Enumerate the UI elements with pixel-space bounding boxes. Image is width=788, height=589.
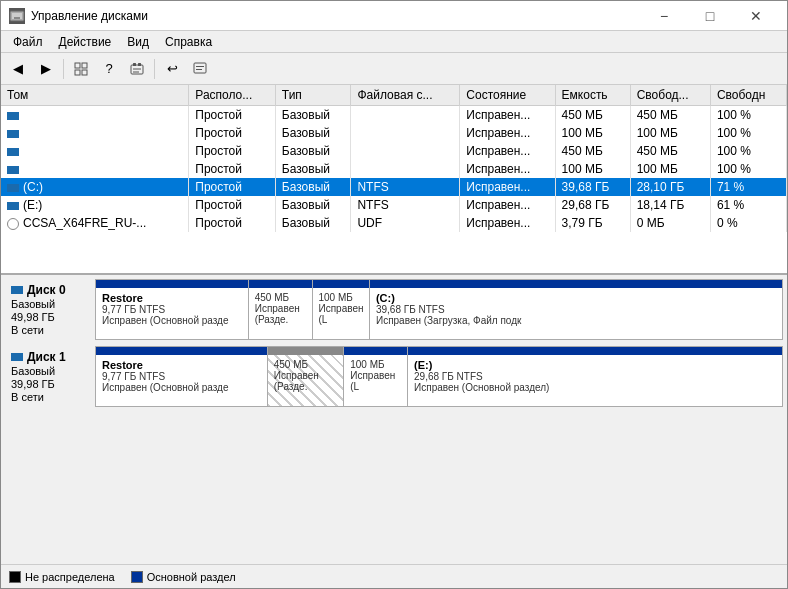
- disk-volume-icon: [7, 130, 19, 138]
- col-type[interactable]: Тип: [275, 85, 351, 106]
- maximize-button[interactable]: □: [687, 1, 733, 31]
- menu-help[interactable]: Справка: [157, 33, 220, 51]
- back-button[interactable]: ◀: [5, 56, 31, 82]
- partition-header-bar: [268, 347, 344, 355]
- svg-rect-8: [133, 63, 136, 66]
- window-title: Управление дисками: [31, 9, 641, 23]
- table-row[interactable]: (E:)ПростойБазовыйNTFSИсправен...29,68 Г…: [1, 196, 787, 214]
- menu-bar: Файл Действие Вид Справка: [1, 31, 787, 53]
- table-row[interactable]: ПростойБазовыйИсправен...100 МБ100 МБ100…: [1, 160, 787, 178]
- table-row[interactable]: ПростойБазовыйИсправен...100 МБ100 МБ100…: [1, 124, 787, 142]
- disk-row: Диск 1 Базовый 39,98 ГБ В сети Restore9,…: [5, 346, 783, 407]
- partition[interactable]: 100 МБИсправен (L: [344, 347, 408, 406]
- disk-map-section: Диск 0 Базовый 49,98 ГБ В сети Restore9,…: [1, 275, 787, 564]
- partition-status: Исправен (Разде.: [255, 303, 306, 325]
- app-icon: [9, 8, 25, 24]
- status-bar: Не распределена Основной раздел: [1, 564, 787, 588]
- disk-size: 49,98 ГБ: [11, 311, 89, 323]
- menu-view[interactable]: Вид: [119, 33, 157, 51]
- minimize-button[interactable]: −: [641, 1, 687, 31]
- table-row[interactable]: ПростойБазовыйИсправен...450 МБ450 МБ100…: [1, 106, 787, 125]
- menu-action[interactable]: Действие: [51, 33, 120, 51]
- partition-name: (E:): [414, 359, 776, 371]
- cd-icon: [7, 218, 19, 230]
- partition-size: 9,77 ГБ NTFS: [102, 304, 242, 315]
- partition-size: 450 МБ: [255, 292, 306, 303]
- table-header-row: Том Располо... Тип Файловая с... Состоян…: [1, 85, 787, 106]
- disk-volume-icon: [7, 184, 19, 192]
- col-status[interactable]: Состояние: [460, 85, 555, 106]
- disk-name: Диск 1: [11, 350, 89, 364]
- window-controls: − □ ✕: [641, 1, 779, 31]
- partition-status: Исправен (L: [319, 303, 363, 325]
- partition[interactable]: (C:)39,68 ГБ NTFSИсправен (Загрузка, Фай…: [370, 280, 782, 339]
- col-capacity[interactable]: Емкость: [555, 85, 630, 106]
- partition-name: Restore: [102, 359, 261, 371]
- legend-unallocated-label: Не распределена: [25, 571, 115, 583]
- svg-rect-4: [82, 63, 87, 68]
- partition-size: 29,68 ГБ NTFS: [414, 371, 776, 382]
- partition[interactable]: 450 МБИсправен (Разде.: [268, 347, 345, 406]
- partition-status: Исправен (Разде.: [274, 370, 338, 392]
- disk-partitions: Restore9,77 ГБ NTFSИсправен (Основной ра…: [95, 279, 783, 340]
- partition-header-bar: [344, 347, 407, 355]
- toolbar-separator-1: [63, 59, 64, 79]
- disk-size: 39,98 ГБ: [11, 378, 89, 390]
- disk-type: Базовый: [11, 365, 89, 377]
- undo-button[interactable]: ↩: [159, 56, 185, 82]
- partition-header-bar: [408, 347, 782, 355]
- disk-icon: [11, 353, 23, 361]
- disk-type: Базовый: [11, 298, 89, 310]
- svg-rect-9: [138, 63, 141, 66]
- disk-volume-icon: [7, 148, 19, 156]
- table-row[interactable]: (C:)ПростойБазовыйNTFSИсправен...39,68 Г…: [1, 178, 787, 196]
- partition[interactable]: (E:)29,68 ГБ NTFSИсправен (Основной разд…: [408, 347, 782, 406]
- disk-label: Диск 0 Базовый 49,98 ГБ В сети: [5, 279, 95, 340]
- col-free[interactable]: Свобод...: [630, 85, 710, 106]
- volume-table: Том Располо... Тип Файловая с... Состоян…: [1, 85, 787, 232]
- disk-status: В сети: [11, 324, 89, 336]
- svg-rect-13: [196, 66, 204, 67]
- partition-size: 9,77 ГБ NTFS: [102, 371, 261, 382]
- partition[interactable]: 450 МБИсправен (Разде.: [249, 280, 313, 339]
- partition-size: 100 МБ: [319, 292, 363, 303]
- partition-size: 39,68 ГБ NTFS: [376, 304, 776, 315]
- disk-label: Диск 1 Базовый 39,98 ГБ В сети: [5, 346, 95, 407]
- forward-button[interactable]: ▶: [33, 56, 59, 82]
- disk-icon: [11, 286, 23, 294]
- help-button[interactable]: ?: [96, 56, 122, 82]
- partition-status: Исправен (Загрузка, Файл подк: [376, 315, 776, 326]
- settings-button[interactable]: [187, 56, 213, 82]
- col-free-pct[interactable]: Свободн: [710, 85, 786, 106]
- svg-rect-5: [75, 70, 80, 75]
- partition-status: Исправен (Основной раздел): [414, 382, 776, 393]
- properties-button[interactable]: [124, 56, 150, 82]
- partition-header-bar: [96, 280, 248, 288]
- main-content: Том Располо... Тип Файловая с... Состоян…: [1, 85, 787, 564]
- menu-file[interactable]: Файл: [5, 33, 51, 51]
- close-button[interactable]: ✕: [733, 1, 779, 31]
- toolbar-separator-2: [154, 59, 155, 79]
- col-location[interactable]: Располо...: [189, 85, 276, 106]
- partition[interactable]: Restore9,77 ГБ NTFSИсправен (Основной ра…: [96, 347, 268, 406]
- disk-partitions: Restore9,77 ГБ NTFSИсправен (Основной ра…: [95, 346, 783, 407]
- partition[interactable]: 100 МБИсправен (L: [313, 280, 370, 339]
- main-window: Управление дисками − □ ✕ Файл Действие В…: [0, 0, 788, 589]
- svg-rect-12: [194, 63, 206, 73]
- legend-unallocated: Не распределена: [9, 571, 115, 583]
- disk-status: В сети: [11, 391, 89, 403]
- partition-header-bar: [313, 280, 369, 288]
- table-row[interactable]: CCSA_X64FRE_RU-...ПростойБазовыйUDFИспра…: [1, 214, 787, 232]
- partition-status: Исправен (Основной разде: [102, 382, 261, 393]
- grid-button[interactable]: [68, 56, 94, 82]
- partition-name: Restore: [102, 292, 242, 304]
- table-row[interactable]: ПростойБазовыйИсправен...450 МБ450 МБ100…: [1, 142, 787, 160]
- disk-name: Диск 0: [11, 283, 89, 297]
- partition-status: Исправен (L: [350, 370, 401, 392]
- partition[interactable]: Restore9,77 ГБ NTFSИсправен (Основной ра…: [96, 280, 249, 339]
- col-fs[interactable]: Файловая с...: [351, 85, 460, 106]
- partition-name: (C:): [376, 292, 776, 304]
- toolbar: ◀ ▶ ? ↩: [1, 53, 787, 85]
- col-volume[interactable]: Том: [1, 85, 189, 106]
- svg-rect-14: [196, 69, 202, 70]
